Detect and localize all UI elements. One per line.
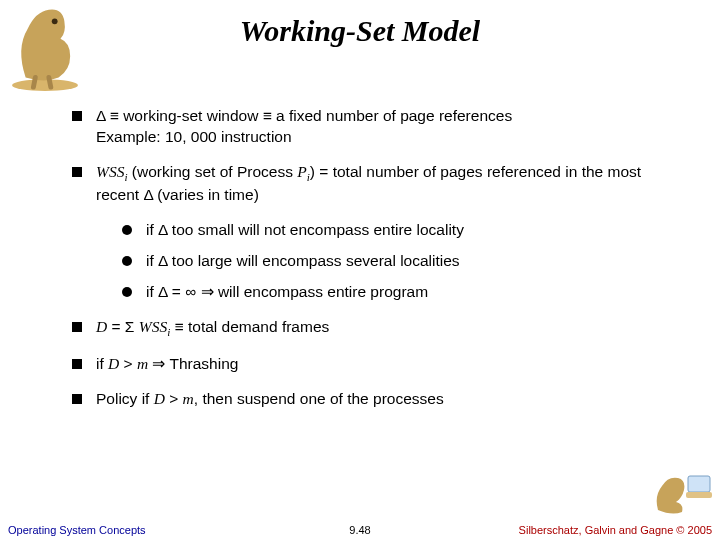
slide-footer: Operating System Concepts 9.48 Silbersch…	[8, 524, 712, 536]
footer-right: Silberschatz, Galvin and Gagne © 2005	[519, 524, 712, 536]
svg-rect-3	[686, 492, 712, 498]
dinosaur-logo-bottom-right	[652, 468, 714, 518]
sub-bullet-infinite: if Δ = ∞ ⇒ will encompass entire program	[122, 282, 672, 303]
svg-point-0	[12, 79, 78, 91]
bullet-policy: Policy if D > m, then suspend one of the…	[72, 389, 672, 410]
bullet-wss-definition: WSSi (working set of Process Pi) = total…	[72, 162, 672, 206]
sub-bullet-too-small: if Δ too small will not encompass entire…	[122, 220, 672, 241]
slide-body: Δ ≡ working-set window ≡ a fixed number …	[72, 106, 672, 424]
bullet-total-demand: D = Σ WSSi ≡ total demand frames	[72, 317, 672, 340]
svg-rect-2	[688, 476, 710, 492]
sub-bullet-too-large: if Δ too large will encompass several lo…	[122, 251, 672, 272]
bullet-thrashing: if D > m ⇒ Thrashing	[72, 354, 672, 375]
slide-title: Working-Set Model	[0, 14, 720, 48]
bullet-delta-definition: Δ ≡ working-set window ≡ a fixed number …	[72, 106, 672, 148]
